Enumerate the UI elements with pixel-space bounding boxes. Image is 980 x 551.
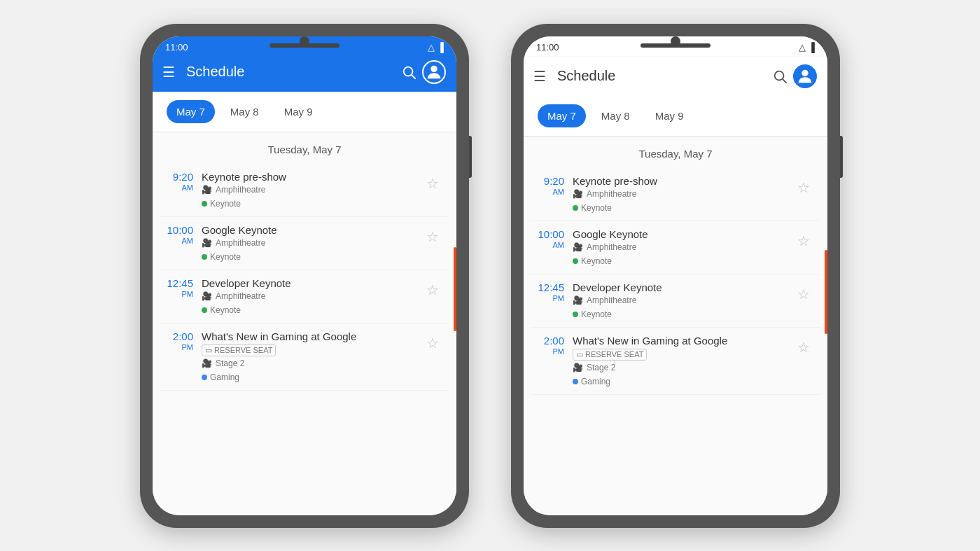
- app-bar: ☰ Schedule: [524, 57, 827, 96]
- svg-point-5: [802, 69, 808, 76]
- app-title: Schedule: [557, 68, 767, 84]
- video-camera-icon: 🎥: [573, 189, 583, 199]
- event-time-hour: 2:00: [536, 335, 564, 347]
- video-camera-icon: 🎥: [573, 242, 583, 252]
- star-button-2[interactable]: ☆: [792, 283, 815, 305]
- event-time-1: 10:00 AM: [536, 228, 573, 250]
- event-list: 9:20 AM Keynote pre-show 🎥 Amphitheatre: [524, 168, 827, 395]
- avatar-button[interactable]: [421, 60, 447, 85]
- date-tab-2[interactable]: May 9: [274, 100, 323, 123]
- battery-icon: ▐: [438, 42, 444, 53]
- star-button-0[interactable]: ☆: [792, 176, 815, 199]
- menu-icon[interactable]: ☰: [533, 68, 546, 85]
- tag-dot-2: [573, 312, 578, 317]
- phone-2: 11:00 △ ▐ ☰ Schedule: [511, 24, 840, 528]
- date-tab-2[interactable]: May 9: [645, 104, 694, 127]
- battery-icon: ▐: [808, 42, 815, 53]
- event-time-period: PM: [165, 343, 193, 352]
- scroll-content: Tuesday, May 7 9:20 AM Keynote pre-show: [524, 137, 827, 515]
- phone-shell: 11:00 △ ▐ ☰ Schedule: [511, 24, 840, 528]
- wifi-icon: △: [428, 42, 435, 53]
- event-title-2: Developer Keynote: [202, 277, 421, 289]
- star-button-3[interactable]: ☆: [421, 332, 444, 354]
- event-tag-0: Keynote: [202, 199, 241, 209]
- date-tab-0[interactable]: May 7: [538, 104, 586, 127]
- tag-dot-0: [573, 205, 578, 211]
- date-tabs: May 7 May 8 May 9: [524, 96, 827, 137]
- event-time-0: 9:20 AM: [165, 171, 202, 193]
- star-button-2[interactable]: ☆: [421, 279, 444, 301]
- search-icon: [772, 69, 788, 84]
- stage-text-3: Stage 2: [587, 363, 615, 372]
- avatar: [793, 64, 817, 88]
- status-time: 11:00: [536, 42, 559, 53]
- event-item-3[interactable]: 2:00 PM What's New in Gaming at Google ▭…: [531, 328, 820, 395]
- status-icons: △ ▐: [799, 42, 815, 53]
- event-title-1: Google Keynote: [202, 224, 421, 236]
- event-time-3: 2:00 PM: [536, 335, 573, 356]
- location-text-0: Amphitheatre: [587, 189, 636, 199]
- phone-screen: 11:00 △ ▐ ☰ Schedule: [153, 36, 456, 515]
- event-item-3[interactable]: 2:00 PM What's New in Gaming at Google ▭…: [160, 323, 449, 391]
- event-time-1: 10:00 AM: [165, 224, 202, 246]
- event-item-1[interactable]: 10:00 AM Google Keynote 🎥 Amphitheatre: [531, 221, 820, 274]
- event-item-0[interactable]: 9:20 AM Keynote pre-show 🎥 Amphitheatre: [160, 164, 449, 217]
- app-bar: ☰ Schedule: [153, 57, 456, 92]
- menu-icon[interactable]: ☰: [162, 64, 175, 81]
- event-list: 9:20 AM Keynote pre-show 🎥 Amphitheatre: [153, 164, 456, 391]
- star-button-3[interactable]: ☆: [792, 336, 815, 358]
- star-button-0[interactable]: ☆: [421, 172, 444, 195]
- star-button-1[interactable]: ☆: [421, 225, 444, 248]
- event-time-period: AM: [536, 241, 564, 250]
- tag-label-0: Keynote: [581, 203, 612, 213]
- event-item-2[interactable]: 12:45 PM Developer Keynote 🎥 Amphitheatr…: [531, 274, 820, 328]
- scroll-indicator: [454, 247, 456, 331]
- event-item-1[interactable]: 10:00 AM Google Keynote 🎥 Amphitheatre: [160, 217, 449, 270]
- event-time-hour: 10:00: [165, 224, 193, 237]
- reserve-badge: ▭ RESERVE SEAT: [202, 344, 276, 356]
- event-time-period: AM: [165, 183, 193, 193]
- avatar: [422, 60, 446, 84]
- event-item-2[interactable]: 12:45 PM Developer Keynote 🎥 Amphitheatr…: [160, 270, 449, 323]
- star-button-1[interactable]: ☆: [792, 230, 815, 252]
- day-header: Tuesday, May 7: [153, 132, 456, 164]
- event-title-3: What's New in Gaming at Google: [573, 335, 792, 347]
- event-details-3: What's New in Gaming at Google ▭ RESERVE…: [573, 335, 792, 387]
- scroll-indicator: [825, 250, 827, 334]
- tag-dot-0: [202, 201, 207, 207]
- event-details-2: Developer Keynote 🎥 Amphitheatre: [202, 277, 421, 316]
- event-location-1: 🎥 Amphitheatre: [202, 238, 421, 248]
- date-tab-0[interactable]: May 7: [167, 100, 215, 123]
- event-title-3: What's New in Gaming at Google: [202, 330, 421, 342]
- event-tag-1: Keynote: [573, 256, 612, 266]
- event-tag-2: Keynote: [573, 309, 612, 319]
- date-tab-1[interactable]: May 8: [592, 104, 640, 127]
- tag-dot-1: [573, 258, 578, 264]
- svg-line-4: [783, 79, 786, 83]
- phone-screen: 11:00 △ ▐ ☰ Schedule: [524, 36, 827, 515]
- event-details-1: Google Keynote 🎥 Amphitheatre: [573, 228, 792, 267]
- svg-line-1: [412, 75, 415, 78]
- video-camera-icon: 🎥: [202, 238, 212, 248]
- tag-label-2: Keynote: [581, 309, 612, 319]
- svg-point-2: [430, 65, 437, 71]
- tag-dot-1: [202, 254, 207, 260]
- date-tab-1[interactable]: May 8: [220, 100, 269, 123]
- app-title: Schedule: [186, 64, 396, 80]
- search-button[interactable]: [396, 60, 421, 85]
- avatar-icon: [424, 62, 444, 82]
- search-button[interactable]: [767, 64, 792, 89]
- status-bar: 11:00 △ ▐: [524, 36, 827, 57]
- event-time-period: PM: [536, 294, 564, 303]
- status-icons: △ ▐: [428, 42, 444, 53]
- video-camera-icon: 🎥: [202, 291, 212, 301]
- event-item-0[interactable]: 9:20 AM Keynote pre-show 🎥 Amphitheatre: [531, 168, 820, 221]
- event-time-period: PM: [165, 290, 193, 299]
- avatar-button[interactable]: [792, 64, 818, 89]
- event-time-hour: 9:20: [165, 171, 193, 183]
- tag-label-2: Keynote: [210, 305, 241, 315]
- video-camera-icon: 🎥: [202, 185, 212, 195]
- event-location-reserve-3: ▭ RESERVE SEAT: [202, 344, 421, 356]
- tag-dot-3: [202, 375, 207, 380]
- event-tag-0: Keynote: [573, 203, 612, 213]
